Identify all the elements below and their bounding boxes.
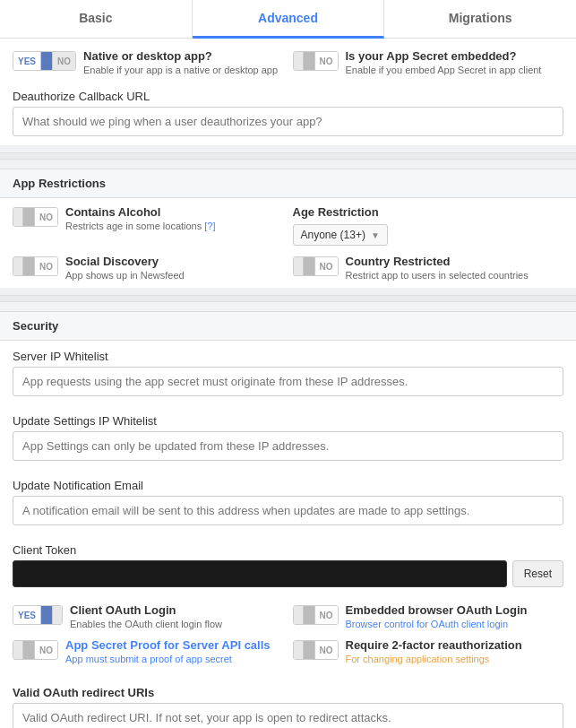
social-info: Social Discovery App shows up in Newsfee… [65,255,185,281]
two-factor-label: Require 2-factor reauthorization [346,638,522,652]
app-secret-proof-desc: App must submit a proof of app secret [65,654,271,664]
toggle-knob [303,52,315,70]
toggle-knob [40,606,53,624]
server-ip-input[interactable] [13,367,563,396]
toggle-no-label: NO [315,606,338,624]
oauth-login-label: Client OAuth Login [70,603,222,617]
client-token-row: Reset [13,560,563,587]
deauth-input[interactable] [13,107,563,136]
app-secret-label: Is your App Secret embedded? [346,49,542,63]
toggle-knob [22,641,35,659]
update-ip-label: Update Settings IP Whitelist [13,414,563,428]
embedded-browser-link[interactable]: Browser control for OAuth client login [346,619,509,629]
toggle-yes-label [13,257,22,275]
native-app-desc: Enable if your app is a native or deskto… [83,65,278,75]
toggle-no-label: NO [35,257,57,275]
server-ip-label: Server IP Whitelist [13,350,563,363]
oauth-login-info: Client OAuth Login Enables the OAuth cli… [70,603,222,629]
two-factor-info: Require 2-factor reauthorization For cha… [346,638,522,664]
server-ip-section: Server IP Whitelist [0,341,576,405]
security-header: Security [0,311,576,341]
social-label: Social Discovery [65,255,185,268]
oauth-login-desc: Enables the OAuth client login flow [70,619,222,629]
app-secret-info: Is your App Secret embedded? Enable if y… [346,49,542,75]
tab-migrations[interactable]: Migrations [384,0,576,38]
app-secret-proof-label: App Secret Proof for Server API calls [65,638,271,652]
alcohol-toggle[interactable]: NO [13,207,58,227]
native-app-label: Native or desktop app? [83,49,278,63]
toggle-no-label: NO [315,52,338,70]
app-restrictions-body: NO Contains Alcohol Restricts age in som… [0,198,576,288]
toggle-yes-label [294,606,303,624]
alcohol-label: Contains Alcohol [65,205,216,219]
country-info: Country Restricted Restrict app to users… [346,255,529,281]
app-secret-proof-info: App Secret Proof for Server API calls Ap… [65,638,271,664]
toggle-no-label [53,606,62,624]
two-factor-toggle[interactable]: NO [293,640,339,660]
notification-email-label: Update Notification Email [13,479,563,492]
alcohol-desc: Restricts age in some locations [?] [65,221,216,231]
age-restriction-value: Anyone (13+) [301,229,365,241]
divider-1 [0,152,576,160]
age-restriction-dropdown[interactable]: Anyone (13+) ▼ [293,224,388,246]
toggle-yes-label: YES [13,606,40,624]
valid-oauth-label: Valid OAuth redirect URIs [13,686,563,699]
embedded-browser-label: Embedded browser OAuth Login [346,603,528,617]
age-restriction-block: Age Restriction Anyone (13+) ▼ [293,205,564,246]
toggle-yes-label [13,641,22,659]
toggle-knob [22,208,35,226]
client-token-label: Client Token [13,543,563,557]
toggle-yes-label: YES [13,52,40,70]
toggle-yes-label [294,257,303,275]
native-app-toggle[interactable]: YES NO [13,51,76,71]
toggle-knob [22,257,35,275]
client-token-section: Client Token Reset [0,534,576,596]
app-secret-toggle[interactable]: NO [293,51,339,71]
toggle-no-label: NO [53,52,75,70]
toggle-no-label: NO [315,257,338,275]
deauth-section: Deauthorize Callback URL [0,81,576,145]
update-ip-input[interactable] [13,431,563,461]
toggle-knob [303,641,315,659]
notification-email-input[interactable] [13,496,563,525]
tab-basic[interactable]: Basic [0,0,193,38]
client-token-field [13,560,507,587]
oauth-login-toggle[interactable]: YES [13,605,63,625]
toggle-knob [40,52,53,70]
app-secret-proof-link[interactable]: App must submit a proof of app secret [65,654,232,664]
deauth-label: Deauthorize Callback URL [13,90,563,103]
embedded-browser-info: Embedded browser OAuth Login Browser con… [346,603,528,629]
valid-oauth-section: Valid OAuth redirect URIs [0,677,576,728]
toggle-yes-label [294,641,303,659]
app-secret-proof-toggle[interactable]: NO [13,640,58,660]
update-ip-section: Update Settings IP Whitelist [0,405,576,470]
app-secret-desc: Enable if you embed App Secret in app cl… [346,65,542,75]
oauth-section: YES Client OAuth Login Enables the OAuth… [0,596,576,677]
toggle-no-label: NO [35,641,57,659]
toggle-no-label: NO [315,641,338,659]
alcohol-help-link[interactable]: [?] [204,221,215,231]
toggle-yes-label [294,52,303,70]
age-restriction-label: Age Restriction [293,205,564,219]
country-desc: Restrict app to users in selected countr… [346,270,529,281]
tab-advanced[interactable]: Advanced [193,0,385,39]
embedded-browser-toggle[interactable]: NO [293,605,339,625]
social-desc: App shows up in Newsfeed [65,270,185,281]
toggle-no-label: NO [35,208,57,226]
dropdown-arrow-icon: ▼ [371,230,380,240]
native-app-info: Native or desktop app? Enable if your ap… [83,49,278,75]
country-label: Country Restricted [346,255,529,268]
social-toggle[interactable]: NO [13,256,58,276]
notification-email-section: Update Notification Email [0,470,576,534]
valid-oauth-input[interactable] [13,703,563,728]
country-toggle[interactable]: NO [293,256,339,276]
tab-bar: Basic Advanced Migrations [0,0,576,39]
embedded-browser-desc: Browser control for OAuth client login [346,619,528,629]
reset-button[interactable]: Reset [512,560,563,587]
alcohol-info: Contains Alcohol Restricts age in some l… [65,205,216,231]
divider-2 [0,295,576,302]
toggle-knob [303,257,315,275]
two-factor-desc: For changing application settings [346,654,522,664]
toggle-yes-label [13,208,22,226]
app-restrictions-header: App Restrictions [0,169,576,198]
